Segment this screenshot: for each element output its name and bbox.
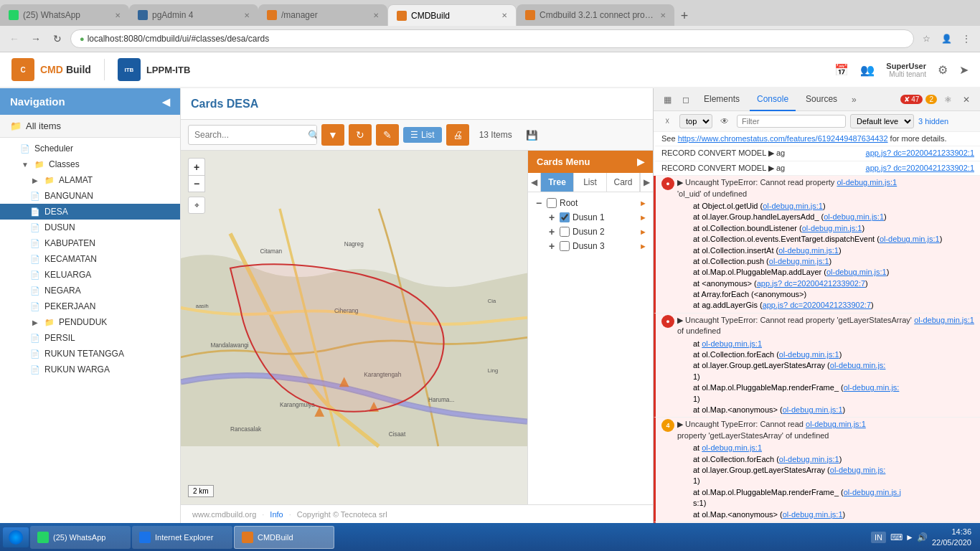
tab-close-manager[interactable]: ✕ (373, 11, 379, 19)
sidebar-item-scheduler[interactable]: 📄 Scheduler (0, 141, 180, 156)
devtools-tab-elements[interactable]: Elements (697, 88, 747, 111)
tree-arrow-dusun2[interactable]: ► (639, 227, 647, 236)
footer-info[interactable]: Info (270, 510, 283, 519)
tree-arrow-dusun3[interactable]: ► (639, 242, 647, 250)
sidebar-item-desa[interactable]: 📄 DESA (0, 204, 180, 220)
devtools-tab-console[interactable]: Console (750, 88, 796, 111)
error-stack-link-4-5[interactable]: ol-debug.min.js.j (844, 488, 901, 496)
console-eye-button[interactable]: 👁 (717, 113, 732, 129)
devtools-device-button[interactable]: ◻ (678, 92, 694, 108)
menu-icon[interactable]: ⋮ (958, 31, 974, 47)
url-bar[interactable]: ● localhost:8080/cmdbuild/ui/#classes/de… (70, 29, 914, 48)
error-stack-link-4-3[interactable]: ol-debug.min.js: (830, 466, 886, 474)
sidebar-item-penduduk[interactable]: ▶ 📁 PENDUDUK (0, 314, 180, 330)
profile-icon[interactable]: 👤 (938, 31, 954, 47)
error-stack-link-1-10[interactable]: app.js? dc=20200421233902:7 (763, 301, 871, 309)
error-stack-link-4-2[interactable]: ol-debug.min.js:1 (779, 455, 839, 463)
error-stack-link-1-6[interactable]: ol-debug.min.js:1 (769, 257, 829, 265)
tab-cmdbuild[interactable]: CMDBuild ✕ (387, 4, 517, 26)
sidebar-item-dusun[interactable]: 📄 DUSUN (0, 220, 180, 235)
sidebar-item-negara[interactable]: 📄 NEGARA (0, 283, 180, 298)
panel-expand-arrow[interactable]: ▶ (637, 156, 644, 167)
search-input[interactable] (189, 127, 308, 143)
error-stack-link-1-4[interactable]: ol-debug.min.js:1 (880, 235, 940, 243)
console-level-select[interactable]: Default leve (850, 114, 914, 128)
panel-tab-tree[interactable]: Tree (541, 173, 574, 192)
calendar-icon[interactable]: 📅 (834, 63, 849, 77)
start-button[interactable] (3, 527, 29, 547)
sidebar-item-classes[interactable]: ▼ 📁 Classes (0, 156, 180, 172)
sidebar-toggle-button[interactable]: ◀ (162, 96, 170, 108)
tab-manager[interactable]: /manager ✕ (258, 4, 387, 26)
console-link-chromestatus[interactable]: https://www.chromestatus.com/features/61… (678, 134, 888, 143)
tree-arrow-root[interactable]: ► (639, 199, 647, 207)
taskbar-item-cmdbuild[interactable]: CMDBuild (234, 526, 334, 549)
error-link-right-2[interactable]: ol-debug.min.js:1 (914, 315, 974, 337)
error-stack-link-2-3[interactable]: ol-debug.min.js: (830, 361, 886, 369)
sidebar-item-persil[interactable]: 📄 PERSIL (0, 330, 180, 346)
zoom-out-button[interactable]: − (188, 175, 205, 192)
checkbox-dusun1[interactable] (560, 212, 570, 222)
sidebar-item-pekerjaan[interactable]: 📄 PEKERJAAN (0, 298, 180, 314)
list-view-button[interactable]: ☰ List (403, 127, 442, 143)
tab-close-cmdbuild[interactable]: ✕ (501, 11, 507, 19)
sidebar-item-bangunan[interactable]: 📄 BANGUNAN (0, 188, 180, 204)
error-stack-link-2-1[interactable]: ol-debug.min.js:1 (702, 339, 762, 348)
devtools-more-tabs[interactable]: » (847, 95, 861, 105)
sidebar-item-alamat[interactable]: ▶ 📁 ALAMAT (0, 172, 180, 188)
error-stack-link-1-5[interactable]: ol-debug.min.js:1 (778, 246, 839, 255)
print-button[interactable]: 🖨 (446, 124, 469, 146)
map-container[interactable]: Citaman Nagreg aasih Mandalawangi Cihera… (181, 151, 527, 504)
devtools-inspect-button[interactable]: ▦ (659, 92, 675, 108)
tab-close-pgadmin[interactable]: ✕ (244, 11, 250, 19)
error-stack-link-1-3[interactable]: ol-debug.min.js:1 (802, 224, 862, 232)
error-stack-link-1-7[interactable]: ol-debug.min.js:1 (826, 268, 887, 276)
new-tab-button[interactable]: + (674, 6, 694, 26)
back-button[interactable]: ← (6, 30, 23, 47)
filter-button[interactable]: ▼ (321, 124, 344, 146)
devtools-tab-sources[interactable]: Sources (798, 88, 844, 111)
save-button[interactable]: 💾 (522, 125, 542, 145)
tree-arrow-dusun1[interactable]: ► (639, 213, 647, 222)
devtools-settings-button[interactable]: ⚛ (940, 92, 956, 108)
console-link-3[interactable]: app.js? dc=20200421233902:1 (866, 163, 974, 174)
settings-icon[interactable]: ⚙ (938, 63, 948, 77)
console-clear-button[interactable]: ☓ (659, 113, 675, 129)
checkbox-dusun3[interactable] (560, 241, 570, 251)
error-stack-link-4-1[interactable]: ol-debug.min.js:1 (702, 443, 762, 452)
edit-button[interactable]: ✎ (376, 124, 399, 146)
sidebar-item-rukun-tetangga[interactable]: 📄 RUKUN TETANGGA (0, 346, 180, 362)
tab-pgadmin[interactable]: pgAdmin 4 ✕ (129, 4, 258, 26)
checkbox-root[interactable] (547, 198, 557, 208)
tab-close-whatsapp[interactable]: ✕ (115, 11, 121, 19)
devtools-close-button[interactable]: ✕ (958, 92, 974, 108)
tab-close-cmdbuild2[interactable]: ✕ (660, 11, 666, 19)
forward-button[interactable]: → (27, 30, 44, 47)
panel-next-button[interactable]: ▶ (640, 173, 653, 192)
error-stack-link-2-2[interactable]: ol-debug.min.js:1 (779, 350, 839, 359)
taskbar-item-whatsapp[interactable]: (25) WhatsApp (30, 526, 131, 549)
error-stack-link-2-5[interactable]: ol-debug.min.js: (844, 383, 900, 392)
panel-tab-list[interactable]: List (574, 173, 607, 192)
error-link-4[interactable]: ol-debug.min.js:1 (806, 420, 866, 428)
checkbox-dusun2[interactable] (560, 227, 570, 237)
sidebar-item-rukun-warga[interactable]: 📄 RUKUN WARGA (0, 362, 180, 377)
error-stack-link-1-1[interactable]: ol-debug.min.js:1 (763, 202, 823, 210)
taskbar-item-ie[interactable]: Internet Explorer (132, 526, 232, 549)
error-link-1[interactable]: ol-debug.min.js:1 (837, 178, 897, 187)
zoom-in-button[interactable]: + (188, 158, 205, 175)
logout-icon[interactable]: ➤ (959, 63, 969, 77)
tree-expand-dusun3[interactable]: + (547, 241, 557, 251)
locate-button[interactable]: ⌖ (188, 197, 205, 214)
tree-expand-root[interactable]: − (534, 198, 544, 208)
sidebar-item-kabupaten[interactable]: 📄 KABUPATEN (0, 235, 180, 251)
console-filter-input[interactable] (737, 115, 846, 128)
reload-button[interactable]: ↻ (49, 30, 66, 47)
sidebar-item-keluarga[interactable]: 📄 KELUARGA (0, 267, 180, 283)
console-hidden-label[interactable]: 3 hidden (918, 117, 948, 126)
tree-expand-dusun2[interactable]: + (547, 227, 557, 237)
sidebar-all-items[interactable]: 📁 All items (0, 115, 180, 138)
tab-whatsapp[interactable]: (25) WhatsApp ✕ (0, 4, 129, 26)
error-stack-link-1-8[interactable]: app.js? dc=20200421233902:7 (757, 279, 865, 288)
bookmark-icon[interactable]: ☆ (918, 31, 934, 47)
